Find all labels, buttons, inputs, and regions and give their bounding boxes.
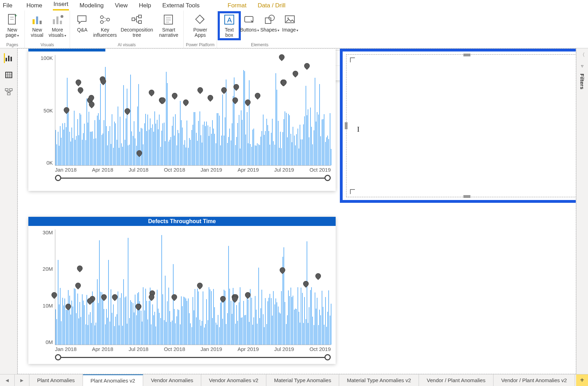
menu-file[interactable]: File bbox=[2, 1, 16, 11]
chart-top-x-axis: Jan 2018Apr 2018 Jul 2018Oct 2018 Jan 20… bbox=[55, 167, 331, 173]
anomaly-marker[interactable] bbox=[196, 282, 204, 290]
new-text-box-visual[interactable]: I bbox=[340, 49, 576, 203]
svg-point-13 bbox=[107, 18, 110, 21]
anomaly-marker[interactable] bbox=[134, 303, 142, 311]
bar-chart-icon bbox=[31, 13, 43, 26]
key-influencers-button[interactable]: Keyinfluencers bbox=[92, 13, 118, 39]
power-apps-button[interactable]: Power Apps bbox=[188, 13, 213, 39]
page-tab[interactable]: Vendor Anomalies v2 bbox=[201, 374, 266, 386]
new-page-button[interactable]: + Newpage bbox=[2, 13, 22, 39]
ribbon-group-elements-label: Elements bbox=[251, 42, 268, 48]
anomaly-marker[interactable] bbox=[62, 106, 70, 114]
ribbon-group-pages: + Newpage Pages bbox=[0, 11, 24, 48]
new-visual-label: Newvisual bbox=[31, 27, 43, 38]
filters-pane-collapsed[interactable]: 〈 ▿ Filters bbox=[576, 48, 588, 374]
text-box-button[interactable]: A Textbox bbox=[219, 13, 239, 39]
anomaly-marker[interactable] bbox=[74, 78, 82, 87]
report-canvas[interactable]: Segoe UI 10 A ▾ B I U +Value Rev bbox=[18, 48, 576, 374]
table-icon bbox=[5, 71, 13, 79]
anomaly-marker[interactable] bbox=[219, 295, 227, 303]
model-view-button[interactable] bbox=[4, 87, 14, 97]
page-tab[interactable]: Vendor / Plant Anomalies bbox=[419, 374, 493, 386]
anomaly-marker[interactable] bbox=[232, 83, 240, 91]
text-cursor-icon: I bbox=[357, 125, 359, 134]
qa-button[interactable]: Q&A bbox=[72, 13, 92, 33]
menu-format[interactable]: Format bbox=[227, 1, 247, 11]
menu-modeling[interactable]: Modeling bbox=[79, 1, 104, 11]
chart-bottom-x-axis: Jan 2018Apr 2018 Jul 2018Oct 2018 Jan 20… bbox=[55, 346, 331, 352]
anomaly-marker[interactable] bbox=[278, 53, 286, 61]
anomaly-marker[interactable] bbox=[302, 280, 310, 288]
svg-line-15 bbox=[103, 20, 107, 22]
page-tab[interactable]: Vendor Anomalies bbox=[143, 374, 201, 386]
data-view-button[interactable] bbox=[4, 70, 14, 80]
expand-filters-icon[interactable]: 〈 bbox=[580, 52, 585, 58]
ribbon-group-elements: A Textbox Buttons Shapes Image bbox=[217, 11, 302, 48]
text-box-editor[interactable]: I bbox=[346, 54, 576, 197]
page-tab-strip: ◄ ► Plant AnomaliesPlant Anomalies v2Ven… bbox=[0, 374, 588, 386]
filters-label: Filters bbox=[579, 74, 585, 89]
page-tab[interactable]: Material Type Anomalies v2 bbox=[339, 374, 419, 386]
anomaly-marker[interactable] bbox=[148, 88, 156, 96]
power-apps-icon bbox=[194, 13, 206, 26]
svg-rect-31 bbox=[8, 56, 9, 61]
add-page-button[interactable]: + bbox=[576, 374, 588, 386]
anomaly-marker[interactable] bbox=[196, 86, 204, 94]
shapes-button[interactable]: Shapes bbox=[260, 13, 280, 33]
menu-insert[interactable]: Insert bbox=[53, 0, 69, 11]
anomaly-marker[interactable] bbox=[314, 272, 322, 280]
page-tab[interactable]: Plant Anomalies bbox=[29, 374, 83, 386]
svg-rect-4 bbox=[33, 19, 35, 24]
anomaly-marker[interactable] bbox=[74, 282, 82, 290]
menu-help[interactable]: Help bbox=[138, 1, 152, 11]
page-tab[interactable]: Material Type Anomalies bbox=[266, 374, 339, 386]
anomaly-marker[interactable] bbox=[171, 92, 179, 100]
anomaly-marker[interactable] bbox=[206, 94, 214, 102]
svg-point-10 bbox=[61, 15, 63, 18]
chart-top-title bbox=[28, 49, 105, 51]
chart-top-date-slider[interactable] bbox=[55, 175, 331, 181]
svg-rect-19 bbox=[164, 15, 173, 24]
menu-view[interactable]: View bbox=[114, 1, 128, 11]
new-visual-button[interactable]: Newvisual bbox=[27, 13, 47, 39]
anomaly-marker[interactable] bbox=[77, 86, 85, 94]
smart-narrative-icon bbox=[162, 13, 175, 26]
page-tab[interactable]: Plant Anomalies v2 bbox=[83, 374, 144, 386]
anomaly-marker[interactable] bbox=[280, 78, 288, 87]
decomposition-tree-button[interactable]: Decompositiontree bbox=[118, 13, 156, 39]
report-view-button[interactable] bbox=[4, 53, 14, 63]
svg-text:A: A bbox=[227, 16, 232, 24]
anomaly-marker[interactable] bbox=[303, 62, 311, 70]
svg-rect-38 bbox=[5, 89, 8, 91]
anomaly-marker[interactable] bbox=[292, 70, 300, 78]
svg-point-12 bbox=[100, 21, 103, 23]
svg-rect-39 bbox=[9, 89, 12, 91]
menu-external-tools[interactable]: External Tools bbox=[162, 1, 200, 11]
chart-bottom-date-slider[interactable] bbox=[55, 354, 331, 360]
chart-bottom-plot bbox=[55, 229, 331, 345]
svg-rect-5 bbox=[36, 16, 38, 24]
image-icon bbox=[284, 13, 296, 26]
model-icon bbox=[5, 88, 13, 96]
tab-scroll-right[interactable]: ► bbox=[15, 374, 29, 386]
menu-data-drill[interactable]: Data / Drill bbox=[257, 1, 286, 11]
anomaly-marker[interactable] bbox=[76, 264, 84, 272]
anomaly-marker[interactable] bbox=[254, 92, 262, 100]
image-button[interactable]: Image bbox=[280, 13, 300, 33]
anomaly-marker[interactable] bbox=[279, 266, 287, 274]
more-visuals-button[interactable]: Morevisuals bbox=[47, 13, 68, 39]
anomaly-marker[interactable] bbox=[182, 98, 190, 106]
menu-home[interactable]: Home bbox=[26, 1, 43, 11]
anomaly-marker[interactable] bbox=[64, 303, 72, 311]
buttons-button[interactable]: Buttons bbox=[239, 13, 260, 33]
svg-rect-30 bbox=[6, 58, 7, 61]
anomaly-chart-bottom[interactable]: Defects Throughout Time 30M 20M 10M 0M J… bbox=[28, 217, 336, 364]
anomaly-chart-top[interactable]: 100K 50K 0K Jan 2018Apr 2018 Jul 2018Oct… bbox=[28, 49, 336, 191]
anomaly-marker[interactable] bbox=[220, 86, 228, 94]
anomaly-marker[interactable] bbox=[170, 293, 178, 301]
page-tab[interactable]: Vendor / Plant Anomalies v2 bbox=[493, 374, 575, 386]
ribbon-group-visuals-label: Visuals bbox=[41, 42, 54, 48]
tab-scroll-left[interactable]: ◄ bbox=[0, 374, 15, 386]
ribbon-group-power-platform: Power Apps Power Platform bbox=[183, 11, 217, 48]
smart-narrative-button[interactable]: Smartnarrative bbox=[156, 13, 181, 39]
